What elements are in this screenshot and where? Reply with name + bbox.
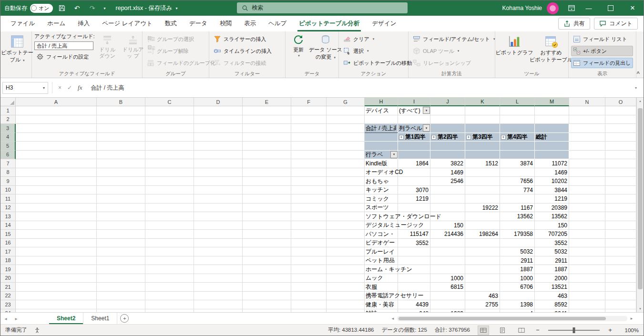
relationships-button[interactable]: リレーションシップ: [411, 58, 497, 68]
row-header-12[interactable]: 12: [0, 204, 16, 213]
undo-button[interactable]: ↶: [71, 2, 83, 14]
column-header-F[interactable]: F: [291, 98, 327, 106]
search-box[interactable]: 検索: [237, 2, 408, 13]
zoom-in-button[interactable]: +: [607, 326, 613, 334]
row-header-20[interactable]: 20: [0, 274, 16, 283]
select-button[interactable]: 選択 ▾: [341, 46, 414, 56]
normal-view-button[interactable]: [478, 326, 489, 335]
name-box-dropdown-icon[interactable]: ▾: [43, 86, 45, 90]
change-data-source-button[interactable]: データ ソース の変更 ▾: [310, 33, 341, 61]
recommended-pivottables-button[interactable]: おすすめ ピボットテーブル: [532, 33, 570, 64]
expand-button-icon[interactable]: +: [399, 135, 404, 140]
close-button[interactable]: ×: [622, 0, 644, 16]
zoom-out-button[interactable]: −: [535, 326, 541, 334]
vertical-scrollbar-thumb[interactable]: [638, 108, 643, 289]
avatar[interactable]: [547, 2, 559, 14]
row-header-1[interactable]: 1: [0, 106, 16, 115]
comments-button[interactable]: コメント: [594, 18, 638, 30]
row-header-9[interactable]: 9: [0, 177, 16, 186]
tab-ピボットテーブル分析[interactable]: ピボットテーブル分析: [293, 16, 366, 31]
pivot-filter-dropdown[interactable]: ▾: [423, 107, 430, 114]
row-header-22[interactable]: 22: [0, 292, 16, 301]
move-pivottable-button[interactable]: ピボットテーブルの移動: [341, 58, 414, 68]
user-name[interactable]: Kohama Yoshie: [502, 5, 542, 11]
row-header-23[interactable]: 23: [0, 300, 16, 309]
tab-表示[interactable]: 表示: [238, 16, 262, 31]
insert-slicer-button[interactable]: スライサーの挿入: [212, 34, 274, 44]
column-header-J[interactable]: J: [430, 98, 465, 106]
column-header-E[interactable]: E: [243, 98, 291, 106]
row-header-13[interactable]: 13: [0, 212, 16, 221]
hscroll-left-icon[interactable]: ◂: [389, 316, 396, 321]
column-header-K[interactable]: K: [465, 98, 500, 106]
tab-挿入[interactable]: 挿入: [72, 16, 96, 31]
save-button[interactable]: [56, 2, 68, 14]
row-header-5[interactable]: 5: [0, 142, 16, 151]
row-header-15[interactable]: 15: [0, 230, 16, 239]
horizontal-scrollbar[interactable]: ◂ ▸: [389, 313, 644, 324]
grid-area[interactable]: ABCDEFGHIJKLMNO1234567891011121314151617…: [0, 98, 636, 312]
column-header-O[interactable]: O: [605, 98, 636, 106]
horizontal-scrollbar-thumb[interactable]: [399, 317, 606, 320]
scroll-up-icon[interactable]: ▴: [637, 99, 644, 103]
group-selection-button[interactable]: グループの選択: [145, 34, 217, 44]
zoom-slider[interactable]: [548, 330, 600, 331]
name-box[interactable]: H3 ▾: [2, 82, 48, 94]
page-layout-view-button[interactable]: [497, 326, 508, 335]
tab-ファイル[interactable]: ファイル: [4, 16, 41, 31]
row-header-3[interactable]: 3: [0, 124, 16, 133]
column-header-G[interactable]: G: [327, 98, 365, 106]
column-header-H[interactable]: H: [365, 98, 398, 106]
column-header-D[interactable]: D: [194, 98, 243, 106]
sheet-nav-next-icon[interactable]: ▸: [11, 313, 21, 324]
zoom-slider-knob[interactable]: [573, 327, 575, 333]
row-header-24[interactable]: 24: [0, 309, 16, 313]
field-headers-button[interactable]: フィールドの見出し: [571, 58, 633, 68]
column-header-A[interactable]: A: [16, 98, 97, 106]
row-labels-filter-dropdown[interactable]: ▾: [390, 151, 398, 158]
customize-quick-access-button[interactable]: ▾: [102, 2, 108, 14]
zoom-level[interactable]: 100%: [621, 327, 639, 333]
column-header-L[interactable]: L: [500, 98, 535, 106]
row-header-14[interactable]: 14: [0, 221, 16, 230]
group-field-button[interactable]: フィールドのグループ化: [145, 58, 217, 68]
drill-up-button[interactable]: ドリルアッ プ: [121, 33, 145, 61]
cancel-button[interactable]: ×: [58, 84, 61, 91]
tab-ページ レイアウト[interactable]: ページ レイアウト: [96, 16, 159, 31]
row-header-17[interactable]: 17: [0, 247, 16, 256]
field-settings-button[interactable]: フィールドの設定: [34, 51, 93, 62]
expand-button-icon[interactable]: +: [501, 135, 506, 140]
insert-function-button[interactable]: fx: [78, 84, 82, 92]
document-title[interactable]: report.xlsx - 保存済み ▾: [116, 4, 178, 12]
row-header-7[interactable]: 7: [0, 159, 16, 168]
pivotchart-button[interactable]: ピボットグラフ: [498, 33, 531, 64]
page-break-view-button[interactable]: [516, 326, 527, 335]
row-header-19[interactable]: 19: [0, 265, 16, 274]
horizontal-scrollbar-track[interactable]: [397, 316, 627, 321]
field-list-button[interactable]: フィールド リスト: [571, 34, 633, 44]
scroll-down-icon[interactable]: ▾: [637, 307, 644, 311]
autosave-toggle[interactable]: オン: [30, 4, 53, 13]
tab-ホーム[interactable]: ホーム: [41, 16, 72, 31]
expand-button-icon[interactable]: +: [431, 135, 436, 140]
column-header-I[interactable]: I: [398, 98, 430, 106]
refresh-button[interactable]: 更新 ▾: [288, 33, 309, 61]
hscroll-right-icon[interactable]: ▸: [628, 316, 635, 321]
clear-button[interactable]: クリア ▾: [341, 34, 414, 44]
collapse-ribbon-button[interactable]: ^: [637, 71, 640, 76]
active-field-input[interactable]: 合計 / 売上高: [34, 41, 93, 50]
row-header-10[interactable]: 10: [0, 186, 16, 195]
fields-items-sets-button[interactable]: フィールド/アイテム/セット ▾: [411, 34, 497, 44]
ungroup-button[interactable]: グループ解除: [145, 46, 217, 56]
sheet-nav-prev-icon[interactable]: ◂: [0, 313, 11, 324]
column-header-M[interactable]: M: [535, 98, 569, 106]
formula-bar-expand-icon[interactable]: ▾: [630, 86, 642, 90]
olap-tools-button[interactable]: OLAP ツール ▾: [411, 46, 497, 56]
minimize-button[interactable]: —: [578, 0, 600, 16]
pivottable-button[interactable]: ピボットテー ブル ▾: [3, 33, 31, 64]
tab-数式[interactable]: 数式: [159, 16, 183, 31]
column-header-C[interactable]: C: [145, 98, 194, 106]
col-labels-filter-dropdown[interactable]: ▾: [423, 124, 430, 132]
vertical-scrollbar[interactable]: ▴ ▾: [636, 98, 644, 312]
expand-button-icon[interactable]: +: [466, 135, 471, 140]
